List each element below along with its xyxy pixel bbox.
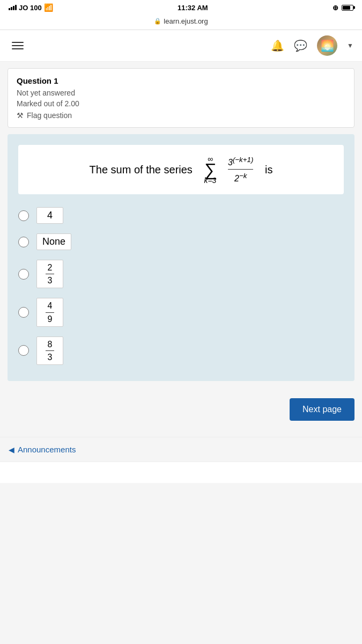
time-display: 11:32 AM [178,4,208,12]
option-value-opt1: 4 [36,207,63,224]
nav-icons: 🔔 💬 🌅 ▼ [271,35,353,56]
signal-bars-icon [9,5,17,10]
option-value-opt5: 8 3 [36,336,63,365]
fraction-denom: 3 [48,274,53,286]
formula-text: The sum of the series ∞ ∑ k=3 3(−k+1) 2−… [90,155,273,185]
radio-button-opt5[interactable] [18,345,29,356]
option-value-opt4: 4 9 [36,298,63,326]
option-value-opt2: None [36,233,71,250]
list-item[interactable]: 4 9 [18,298,344,326]
series-prefix: The sum of the series [90,164,193,176]
list-item[interactable]: 2 3 [18,260,344,288]
radio-button-opt4[interactable] [18,307,29,318]
back-arrow-icon: ◀ [9,445,14,454]
url-text: learn.ejust.org [164,17,208,25]
option-value-opt3: 2 3 [36,260,63,288]
question-label: Question [17,76,54,85]
battery-icon [342,5,353,11]
radio-button-opt3[interactable] [18,269,29,280]
fraction-numer: 8 [46,339,54,351]
lock-icon: 🔒 [154,18,161,25]
sigma-below: k=3 [204,176,216,185]
flag-label: Flag question [27,111,72,120]
announcements-link[interactable]: ◀ Announcements [0,437,362,462]
options-list: 4 None 2 3 4 9 [18,207,344,365]
fraction-denom: 9 [48,313,53,324]
option-text-none: None [42,236,65,247]
formula-denom-power: −k [239,172,247,180]
question-card: Question 1 Not yet answered Marked out o… [8,68,354,128]
question-mark: Marked out of 2.00 [17,99,345,108]
quiz-area: The sum of the series ∞ ∑ k=3 3(−k+1) 2−… [8,134,354,381]
hamburger-button[interactable] [9,39,27,53]
bell-icon[interactable]: 🔔 [271,39,284,52]
screen-rotation-icon: ⊕ [333,4,338,12]
status-right: ⊕ [333,4,353,12]
radio-button-opt2[interactable] [18,237,29,247]
next-page-button[interactable]: Next page [290,398,354,421]
question-status: Not yet answered [17,89,345,97]
list-item[interactable]: 4 [18,207,344,224]
radio-button-opt1[interactable] [18,210,29,221]
wifi-icon: 📶 [44,3,53,12]
url-bar[interactable]: 🔒 learn.ejust.org [0,15,362,30]
formula-box: The sum of the series ∞ ∑ k=3 3(−k+1) 2−… [18,145,344,194]
formula-numerator: 3(−k+1) [228,156,253,169]
formula-suffix: is [265,164,272,176]
chat-icon[interactable]: 💬 [294,39,307,52]
question-number: 1 [54,76,58,85]
fraction-numer: 4 [46,301,54,312]
list-item[interactable]: None [18,233,344,250]
announcements-label: Announcements [18,445,76,454]
nav-bar: 🔔 💬 🌅 ▼ [0,30,362,62]
list-item[interactable]: 8 3 [18,336,344,365]
fraction-8-3: 8 3 [42,339,57,362]
fraction-4-9: 4 9 [42,301,57,324]
formula-fraction: 3(−k+1) 2−k [228,156,253,184]
chevron-down-icon[interactable]: ▼ [347,42,353,49]
carrier-label: JO 100 [19,4,42,12]
fraction-numer: 2 [46,262,54,274]
fraction-2-3: 2 3 [42,262,57,286]
bottom-bar [0,462,362,483]
flag-icon: ⚒ [17,111,24,120]
question-title: Question 1 [17,76,345,85]
sigma-bounds: ∞ ∑ k=3 [204,155,216,185]
status-bar: JO 100 📶 11:32 AM ⊕ [0,0,362,15]
formula-denominator: 2−k [234,171,247,184]
fraction-denom: 3 [48,351,53,362]
flag-question-button[interactable]: ⚒ Flag question [17,111,72,120]
avatar[interactable]: 🌅 [317,35,337,56]
formula-exponent: (−k+1) [233,156,254,164]
status-left: JO 100 📶 [9,3,53,12]
